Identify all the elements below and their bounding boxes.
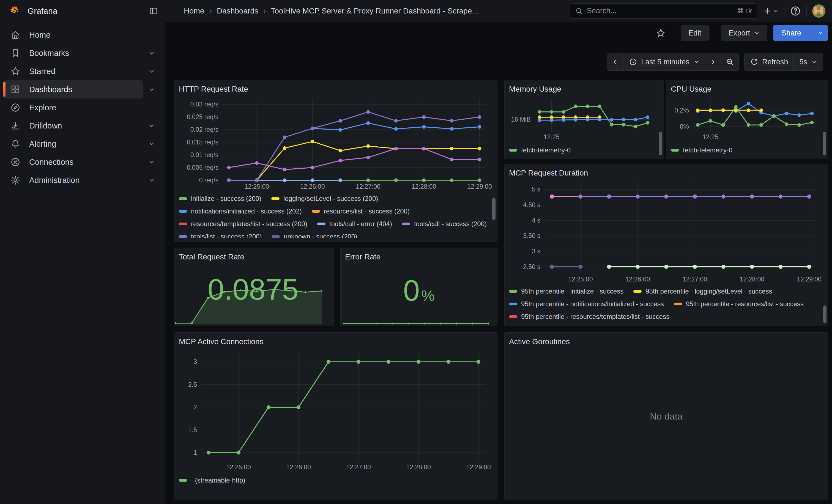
y-axis-label: 0.01 req/s [179,151,218,159]
legend-item[interactable]: logging/setLevel - success (200) [271,194,378,203]
sidebar-item-drilldown[interactable]: Drilldown [0,117,165,135]
breadcrumb-item[interactable]: Dashboards [217,7,258,16]
legend-item[interactable]: unknown - success (200) [271,233,357,238]
panel-title[interactable]: MCP Active Connections [179,337,264,347]
zoom-out-button[interactable] [721,53,738,71]
header-divider [784,5,784,17]
legend-item[interactable]: - (streamable-http) [179,476,245,484]
memory-usage-chart[interactable]: 16 MiB12:25 [509,96,659,143]
cpu-usage-chart[interactable]: 0%0.2%12:25 [671,96,824,143]
legend-swatch [179,222,187,225]
search-box[interactable]: ⌘+k [570,3,757,19]
search-input[interactable] [587,7,733,15]
legend-item[interactable]: 95th percentile - notifications/initiali… [509,300,664,308]
y-axis-label: 2.50 s [509,263,540,271]
breadcrumb-item: ToolHive MCP Server & Proxy Runner Dashb… [271,7,478,16]
grafana-logo-icon[interactable] [8,5,20,17]
share-button[interactable]: Share [773,25,828,41]
sidebar-item-explore[interactable]: Explore [0,99,165,117]
legend-item[interactable]: resources/templates/list - success (200) [179,220,307,228]
legend-item[interactable]: tools/list - success (200) [179,233,262,238]
legend-item[interactable]: 95th percentile - resources/templates/li… [509,313,669,321]
help-button[interactable] [790,5,801,17]
edit-button[interactable]: Edit [681,25,709,41]
panel-cpu-usage: CPU Usage 0%0.2%12:25 fetch-telemetry-0 [666,80,828,159]
favorite-star-icon[interactable] [653,25,669,41]
y-axis-label: 0% [671,123,689,131]
sidebar-item-row[interactable]: Drilldown [3,117,143,135]
legend-item[interactable]: fetch-telemetry-0 [509,146,571,154]
mcp-request-duration-chart[interactable]: 2.50 s3 s3.50 s4 s4.50 s5 s12:25:0012:26… [509,180,824,285]
panel-title[interactable]: Active Goroutines [509,337,570,347]
time-shift-back-button[interactable] [607,53,623,71]
sidebar-item-row[interactable]: Home [3,26,143,44]
export-button[interactable]: Export [721,25,768,41]
legend-item[interactable]: tools/call - error (404) [317,220,392,228]
sidebar-item-row[interactable]: Alerting [3,135,143,153]
sidebar-item-label: Explore [29,103,56,112]
gear-icon [10,175,21,186]
legend-label: fetch-telemetry-0 [683,146,732,154]
sidebar-item-connections[interactable]: Connections [0,153,165,171]
time-shift-forward-button[interactable] [705,53,721,71]
time-range-picker[interactable]: Last 5 minutes [623,53,705,71]
http-request-rate-chart[interactable]: 0 req/s0.005 req/s0.01 req/s0.015 req/s0… [179,96,493,192]
sidebar-item-row[interactable]: Starred [3,62,143,80]
refresh-interval-picker[interactable]: 5s [794,53,823,71]
legend-item[interactable]: fetch-telemetry-0 [671,146,732,154]
panel-title[interactable]: HTTP Request Rate [179,84,248,95]
chevron-down-icon[interactable] [146,174,158,186]
sidebar-item-home[interactable]: Home [0,26,165,44]
legend-item[interactable]: tools/call - success (200) [402,220,487,228]
add-new-button[interactable] [763,6,779,16]
sidebar-item-row[interactable]: Connections [3,153,143,171]
panel-title[interactable]: Total Request Rate [179,252,244,262]
grid-icon [10,84,21,95]
header-actions: ⌘+k [570,3,832,19]
sidebar-item-label: Administration [29,176,80,185]
sidebar-item-row[interactable]: Dashboards [3,80,143,99]
panel-title[interactable]: Error Rate [345,252,381,262]
chevron-down-icon[interactable] [146,138,158,150]
chevron-down-icon[interactable] [146,65,158,77]
breadcrumb-item[interactable]: Home [184,7,204,16]
dashboard-toolbar: Edit Export Share [165,22,832,44]
legend-item[interactable]: 95th percentile - resources/list - succe… [674,300,804,308]
legend-item[interactable]: 95th percentile - initialize - success [509,287,623,295]
user-avatar[interactable] [812,4,825,18]
refresh-button[interactable]: Refresh [745,53,794,71]
x-axis-label: 12:25 [528,133,575,141]
chevron-down-icon[interactable] [146,83,158,96]
chevron-down-icon[interactable] [146,120,158,132]
x-axis-label: 12:26:00 [614,276,661,283]
x-axis-label: 12:27:00 [345,183,391,190]
legend-item[interactable]: 95th percentile - logging/setLevel - suc… [633,287,772,295]
panel-title[interactable]: Memory Usage [509,84,561,95]
sidebar-item-starred[interactable]: Starred [0,62,165,80]
stat-value: 0% [341,273,497,308]
legend-scrollbar[interactable] [492,198,495,220]
legend-scrollbar[interactable] [659,132,662,155]
sidebar-toggle-icon[interactable] [147,4,160,18]
panel-title[interactable]: CPU Usage [671,84,711,95]
sidebar-item-row[interactable]: Administration [3,171,143,189]
panel-title[interactable]: MCP Request Duration [509,168,588,178]
legend-swatch [509,290,517,293]
share-menu-chevron[interactable] [813,25,828,41]
drilldown-icon [10,120,21,131]
legend-item[interactable]: notifications/initialized - success (202… [179,207,302,215]
sidebar-item-bookmarks[interactable]: Bookmarks [0,44,165,62]
legend-item[interactable]: resources/list - success (200) [312,207,410,215]
sidebar-item-dashboards[interactable]: Dashboards [0,80,165,99]
sidebar-item-alerting[interactable]: Alerting [0,135,165,153]
chevron-down-icon[interactable] [146,156,158,168]
legend-item[interactable]: initialize - success (200) [179,194,261,203]
mcp-active-connections-chart[interactable]: 11.522.5312:25:0012:26:0012:27:0012:28:0… [179,349,493,473]
sidebar-item-row[interactable]: Bookmarks [3,44,143,62]
legend-swatch [271,197,280,200]
sidebar-item-row[interactable]: Explore [3,99,143,117]
legend-scrollbar[interactable] [823,132,826,155]
sidebar-item-administration[interactable]: Administration [0,171,165,189]
legend-scrollbar[interactable] [823,306,827,323]
chevron-down-icon[interactable] [146,47,158,59]
